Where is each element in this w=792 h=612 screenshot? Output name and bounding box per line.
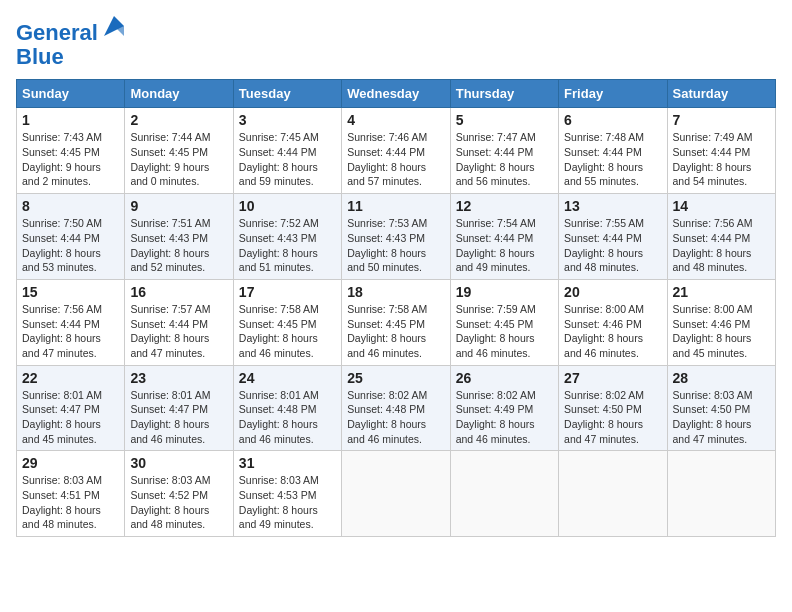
day-info: Sunrise: 7:59 AMSunset: 4:45 PMDaylight:…	[456, 302, 553, 361]
day-number: 6	[564, 112, 661, 128]
day-number: 11	[347, 198, 444, 214]
day-info: Sunrise: 7:52 AMSunset: 4:43 PMDaylight:…	[239, 216, 336, 275]
day-number: 8	[22, 198, 119, 214]
day-info: Sunrise: 7:48 AMSunset: 4:44 PMDaylight:…	[564, 130, 661, 189]
day-number: 30	[130, 455, 227, 471]
calendar-cell: 28Sunrise: 8:03 AMSunset: 4:50 PMDayligh…	[667, 365, 775, 451]
calendar-cell: 3Sunrise: 7:45 AMSunset: 4:44 PMDaylight…	[233, 108, 341, 194]
calendar-cell: 17Sunrise: 7:58 AMSunset: 4:45 PMDayligh…	[233, 279, 341, 365]
calendar-week-3: 15Sunrise: 7:56 AMSunset: 4:44 PMDayligh…	[17, 279, 776, 365]
day-number: 25	[347, 370, 444, 386]
calendar-cell	[559, 451, 667, 537]
day-info: Sunrise: 7:46 AMSunset: 4:44 PMDaylight:…	[347, 130, 444, 189]
day-info: Sunrise: 7:53 AMSunset: 4:43 PMDaylight:…	[347, 216, 444, 275]
day-number: 4	[347, 112, 444, 128]
calendar-cell: 22Sunrise: 8:01 AMSunset: 4:47 PMDayligh…	[17, 365, 125, 451]
calendar-cell: 14Sunrise: 7:56 AMSunset: 4:44 PMDayligh…	[667, 194, 775, 280]
day-number: 9	[130, 198, 227, 214]
calendar-cell: 19Sunrise: 7:59 AMSunset: 4:45 PMDayligh…	[450, 279, 558, 365]
weekday-wednesday: Wednesday	[342, 80, 450, 108]
day-info: Sunrise: 8:02 AMSunset: 4:48 PMDaylight:…	[347, 388, 444, 447]
calendar-cell: 7Sunrise: 7:49 AMSunset: 4:44 PMDaylight…	[667, 108, 775, 194]
day-info: Sunrise: 7:49 AMSunset: 4:44 PMDaylight:…	[673, 130, 770, 189]
day-number: 5	[456, 112, 553, 128]
calendar-cell: 31Sunrise: 8:03 AMSunset: 4:53 PMDayligh…	[233, 451, 341, 537]
day-number: 13	[564, 198, 661, 214]
calendar-week-1: 1Sunrise: 7:43 AMSunset: 4:45 PMDaylight…	[17, 108, 776, 194]
calendar-cell	[342, 451, 450, 537]
calendar-cell	[450, 451, 558, 537]
calendar-cell: 24Sunrise: 8:01 AMSunset: 4:48 PMDayligh…	[233, 365, 341, 451]
calendar-cell: 25Sunrise: 8:02 AMSunset: 4:48 PMDayligh…	[342, 365, 450, 451]
day-info: Sunrise: 7:56 AMSunset: 4:44 PMDaylight:…	[673, 216, 770, 275]
day-info: Sunrise: 8:02 AMSunset: 4:49 PMDaylight:…	[456, 388, 553, 447]
logo-general: General	[16, 20, 98, 45]
day-info: Sunrise: 8:01 AMSunset: 4:47 PMDaylight:…	[130, 388, 227, 447]
calendar-cell: 29Sunrise: 8:03 AMSunset: 4:51 PMDayligh…	[17, 451, 125, 537]
day-number: 24	[239, 370, 336, 386]
calendar-cell: 1Sunrise: 7:43 AMSunset: 4:45 PMDaylight…	[17, 108, 125, 194]
calendar-cell	[667, 451, 775, 537]
day-info: Sunrise: 7:58 AMSunset: 4:45 PMDaylight:…	[347, 302, 444, 361]
day-number: 16	[130, 284, 227, 300]
day-number: 20	[564, 284, 661, 300]
calendar-cell: 10Sunrise: 7:52 AMSunset: 4:43 PMDayligh…	[233, 194, 341, 280]
calendar-cell: 6Sunrise: 7:48 AMSunset: 4:44 PMDaylight…	[559, 108, 667, 194]
calendar-cell: 9Sunrise: 7:51 AMSunset: 4:43 PMDaylight…	[125, 194, 233, 280]
logo: General Blue	[16, 16, 128, 69]
calendar-cell: 2Sunrise: 7:44 AMSunset: 4:45 PMDaylight…	[125, 108, 233, 194]
weekday-thursday: Thursday	[450, 80, 558, 108]
day-number: 21	[673, 284, 770, 300]
weekday-saturday: Saturday	[667, 80, 775, 108]
calendar-cell: 27Sunrise: 8:02 AMSunset: 4:50 PMDayligh…	[559, 365, 667, 451]
svg-marker-1	[114, 26, 124, 36]
day-number: 27	[564, 370, 661, 386]
day-info: Sunrise: 7:58 AMSunset: 4:45 PMDaylight:…	[239, 302, 336, 361]
day-info: Sunrise: 8:02 AMSunset: 4:50 PMDaylight:…	[564, 388, 661, 447]
day-number: 17	[239, 284, 336, 300]
calendar-cell: 21Sunrise: 8:00 AMSunset: 4:46 PMDayligh…	[667, 279, 775, 365]
day-info: Sunrise: 8:03 AMSunset: 4:52 PMDaylight:…	[130, 473, 227, 532]
page-header: General Blue	[16, 16, 776, 69]
calendar-cell: 30Sunrise: 8:03 AMSunset: 4:52 PMDayligh…	[125, 451, 233, 537]
calendar-cell: 5Sunrise: 7:47 AMSunset: 4:44 PMDaylight…	[450, 108, 558, 194]
day-info: Sunrise: 7:54 AMSunset: 4:44 PMDaylight:…	[456, 216, 553, 275]
logo-icon	[100, 12, 128, 40]
day-info: Sunrise: 8:03 AMSunset: 4:50 PMDaylight:…	[673, 388, 770, 447]
day-number: 12	[456, 198, 553, 214]
weekday-friday: Friday	[559, 80, 667, 108]
day-info: Sunrise: 7:57 AMSunset: 4:44 PMDaylight:…	[130, 302, 227, 361]
day-number: 1	[22, 112, 119, 128]
day-info: Sunrise: 8:03 AMSunset: 4:53 PMDaylight:…	[239, 473, 336, 532]
calendar-cell: 20Sunrise: 8:00 AMSunset: 4:46 PMDayligh…	[559, 279, 667, 365]
weekday-sunday: Sunday	[17, 80, 125, 108]
day-number: 26	[456, 370, 553, 386]
day-number: 19	[456, 284, 553, 300]
day-number: 14	[673, 198, 770, 214]
weekday-tuesday: Tuesday	[233, 80, 341, 108]
calendar-cell: 11Sunrise: 7:53 AMSunset: 4:43 PMDayligh…	[342, 194, 450, 280]
day-number: 7	[673, 112, 770, 128]
calendar-cell: 8Sunrise: 7:50 AMSunset: 4:44 PMDaylight…	[17, 194, 125, 280]
day-info: Sunrise: 7:51 AMSunset: 4:43 PMDaylight:…	[130, 216, 227, 275]
day-info: Sunrise: 7:47 AMSunset: 4:44 PMDaylight:…	[456, 130, 553, 189]
calendar-cell: 23Sunrise: 8:01 AMSunset: 4:47 PMDayligh…	[125, 365, 233, 451]
day-info: Sunrise: 7:43 AMSunset: 4:45 PMDaylight:…	[22, 130, 119, 189]
day-info: Sunrise: 8:00 AMSunset: 4:46 PMDaylight:…	[673, 302, 770, 361]
calendar-week-2: 8Sunrise: 7:50 AMSunset: 4:44 PMDaylight…	[17, 194, 776, 280]
day-number: 3	[239, 112, 336, 128]
day-info: Sunrise: 8:01 AMSunset: 4:47 PMDaylight:…	[22, 388, 119, 447]
calendar-week-5: 29Sunrise: 8:03 AMSunset: 4:51 PMDayligh…	[17, 451, 776, 537]
day-number: 18	[347, 284, 444, 300]
calendar-cell: 26Sunrise: 8:02 AMSunset: 4:49 PMDayligh…	[450, 365, 558, 451]
calendar-week-4: 22Sunrise: 8:01 AMSunset: 4:47 PMDayligh…	[17, 365, 776, 451]
day-info: Sunrise: 7:44 AMSunset: 4:45 PMDaylight:…	[130, 130, 227, 189]
day-number: 29	[22, 455, 119, 471]
day-info: Sunrise: 8:00 AMSunset: 4:46 PMDaylight:…	[564, 302, 661, 361]
calendar-cell: 4Sunrise: 7:46 AMSunset: 4:44 PMDaylight…	[342, 108, 450, 194]
day-number: 10	[239, 198, 336, 214]
calendar-table: SundayMondayTuesdayWednesdayThursdayFrid…	[16, 79, 776, 537]
calendar-cell: 15Sunrise: 7:56 AMSunset: 4:44 PMDayligh…	[17, 279, 125, 365]
weekday-monday: Monday	[125, 80, 233, 108]
day-info: Sunrise: 7:50 AMSunset: 4:44 PMDaylight:…	[22, 216, 119, 275]
